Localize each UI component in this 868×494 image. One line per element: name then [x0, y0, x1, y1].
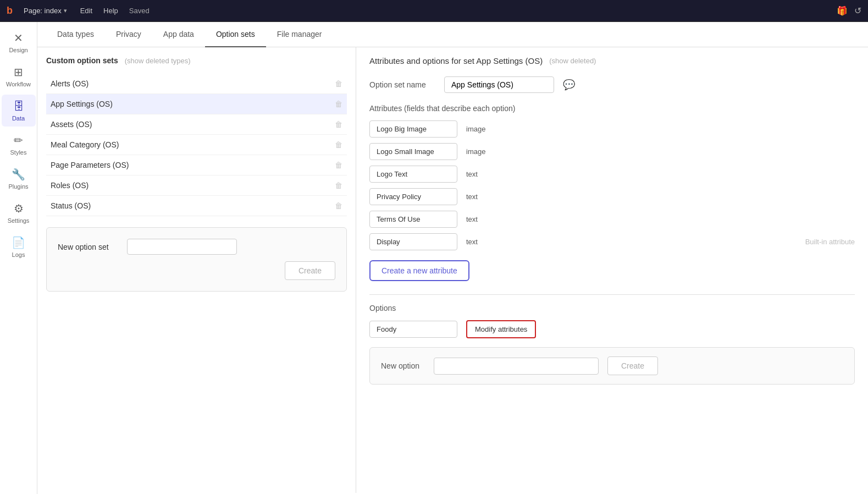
workflow-icon: ⊞	[14, 65, 23, 79]
trash-icon-app-settings[interactable]: 🗑	[335, 100, 342, 108]
option-set-name-page-parameters: Page Parameters (OS)	[51, 161, 129, 169]
app-logo: b	[7, 5, 13, 17]
tab-option-sets[interactable]: Option sets	[205, 22, 266, 47]
create-attribute-button-label: Create a new attribute	[382, 266, 457, 275]
main-content: Data types Privacy App data Option sets …	[37, 22, 868, 494]
layout: ✕ Design ⊞ Workflow 🗄 Data ✏ Styles 🔧 Pl…	[0, 22, 868, 494]
attributes-section-title: Attributes (fields that describe each op…	[369, 104, 855, 113]
new-option-set-label: New option set	[58, 243, 118, 251]
styles-icon: ✏	[14, 134, 23, 147]
attribute-name-display[interactable]: Display	[369, 233, 457, 250]
workflow-label: Workflow	[6, 81, 31, 87]
plugins-label: Plugins	[8, 183, 28, 190]
option-set-item-assets[interactable]: Assets (OS) 🗑	[46, 114, 347, 135]
option-set-name-alerts: Alerts (OS)	[51, 79, 89, 88]
option-set-name-field[interactable]	[444, 76, 554, 93]
help-action[interactable]: Help	[103, 7, 118, 15]
new-option-create-button[interactable]: Create	[607, 356, 658, 375]
trash-icon-page-parameters[interactable]: 🗑	[335, 161, 342, 169]
attribute-type-privacy-policy: text	[466, 193, 478, 201]
right-panel-header: Attributes and options for set App Setti…	[369, 56, 855, 65]
option-set-name-app-settings: App Settings (OS)	[51, 100, 113, 108]
new-option-set-actions: Create	[58, 261, 335, 280]
attribute-row-logo-text: Logo Text text	[369, 166, 855, 183]
attribute-row-logo-small-image: Logo Small Image image	[369, 143, 855, 160]
option-set-name-field-label: Option set name	[369, 80, 435, 89]
topbar-actions: Edit Help	[80, 7, 118, 15]
data-label: Data	[12, 115, 25, 122]
show-deleted-types-link[interactable]: (show deleted types)	[125, 57, 191, 65]
attribute-type-logo-big-image: image	[466, 125, 485, 133]
option-set-name-meal-category: Meal Category (OS)	[51, 140, 119, 149]
left-panel: Custom option sets (show deleted types) …	[37, 47, 356, 493]
logs-label: Logs	[12, 251, 25, 258]
sidebar-item-workflow[interactable]: ⊞ Workflow	[2, 61, 36, 92]
option-set-item-status[interactable]: Status (OS) 🗑	[46, 196, 347, 216]
plugins-icon: 🔧	[12, 168, 25, 181]
page-chevron-icon[interactable]: ▾	[64, 7, 67, 14]
attribute-row-display: Display text Built-in attribute	[369, 233, 855, 250]
option-set-item-app-settings[interactable]: App Settings (OS) 🗑	[46, 94, 347, 114]
option-name-foody[interactable]: Foody	[369, 321, 457, 338]
sidebar-item-logs[interactable]: 📄 Logs	[2, 231, 36, 263]
sidebar: ✕ Design ⊞ Workflow 🗄 Data ✏ Styles 🔧 Pl…	[0, 22, 37, 494]
design-icon: ✕	[14, 31, 23, 45]
trash-icon-status[interactable]: 🗑	[335, 201, 342, 210]
refresh-icon[interactable]: ↺	[854, 6, 861, 16]
modify-attributes-button-foody[interactable]: Modify attributes	[466, 320, 536, 338]
sidebar-item-data[interactable]: 🗄 Data	[2, 95, 36, 127]
show-deleted-right-link[interactable]: (show deleted)	[549, 57, 596, 65]
option-set-item-alerts[interactable]: Alerts (OS) 🗑	[46, 74, 347, 94]
sidebar-item-settings[interactable]: ⚙ Settings	[2, 197, 36, 229]
option-set-item-meal-category[interactable]: Meal Category (OS) 🗑	[46, 135, 347, 155]
option-set-name-row: Option set name 💬	[369, 76, 855, 93]
edit-action[interactable]: Edit	[80, 7, 92, 15]
attribute-name-logo-small-image[interactable]: Logo Small Image	[369, 143, 457, 160]
sidebar-item-design[interactable]: ✕ Design	[2, 26, 36, 58]
attribute-name-logo-big-image[interactable]: Logo Big Image	[369, 120, 457, 138]
attribute-row-privacy-policy: Privacy Policy text	[369, 188, 855, 205]
attribute-name-privacy-policy[interactable]: Privacy Policy	[369, 188, 457, 205]
attribute-name-logo-text[interactable]: Logo Text	[369, 166, 457, 183]
new-option-label: New option	[381, 361, 425, 370]
new-option-set-create-button[interactable]: Create	[285, 261, 335, 280]
trash-icon-meal-category[interactable]: 🗑	[335, 140, 342, 149]
attribute-type-terms-of-use: text	[466, 215, 478, 223]
right-panel-title: Attributes and options for set App Setti…	[369, 56, 543, 65]
attribute-row-logo-big-image: Logo Big Image image	[369, 120, 855, 138]
sidebar-item-styles[interactable]: ✏ Styles	[2, 129, 36, 161]
new-option-set-input[interactable]	[127, 239, 237, 255]
data-icon: 🗄	[13, 100, 24, 113]
styles-label: Styles	[10, 149, 27, 156]
topbar: b Page: index ▾ Edit Help Saved 🎁 ↺	[0, 0, 868, 22]
new-option-set-row: New option set	[58, 239, 335, 255]
attribute-type-logo-small-image: image	[466, 147, 485, 156]
option-set-name-assets: Assets (OS)	[51, 120, 92, 129]
new-option-input[interactable]	[434, 358, 599, 375]
attribute-type-display: text	[466, 238, 478, 246]
option-set-list: Alerts (OS) 🗑 App Settings (OS) 🗑 Assets…	[46, 74, 347, 216]
custom-option-sets-title: Custom option sets	[46, 56, 118, 65]
sidebar-item-plugins[interactable]: 🔧 Plugins	[2, 163, 36, 195]
settings-icon: ⚙	[14, 202, 24, 215]
content-area: Custom option sets (show deleted types) …	[37, 47, 868, 493]
tab-app-data[interactable]: App data	[152, 22, 205, 47]
attribute-name-terms-of-use[interactable]: Terms Of Use	[369, 211, 457, 228]
option-set-item-page-parameters[interactable]: Page Parameters (OS) 🗑	[46, 155, 347, 175]
settings-label: Settings	[8, 217, 30, 224]
trash-icon-alerts[interactable]: 🗑	[335, 79, 342, 88]
tab-file-manager[interactable]: File manager	[266, 22, 333, 47]
trash-icon-assets[interactable]: 🗑	[335, 120, 342, 129]
comment-icon[interactable]: 💬	[563, 79, 575, 91]
options-section-title: Options	[369, 304, 855, 312]
design-label: Design	[9, 47, 27, 53]
right-panel: Attributes and options for set App Setti…	[356, 47, 868, 493]
tab-privacy[interactable]: Privacy	[105, 22, 152, 47]
topbar-right: 🎁 ↺	[837, 6, 861, 16]
gift-icon[interactable]: 🎁	[837, 6, 848, 16]
trash-icon-roles[interactable]: 🗑	[335, 181, 342, 190]
page-label: Page: index	[24, 7, 62, 15]
option-set-item-roles[interactable]: Roles (OS) 🗑	[46, 175, 347, 196]
create-new-attribute-button[interactable]: Create a new attribute	[369, 260, 469, 281]
tab-data-types[interactable]: Data types	[46, 22, 105, 47]
